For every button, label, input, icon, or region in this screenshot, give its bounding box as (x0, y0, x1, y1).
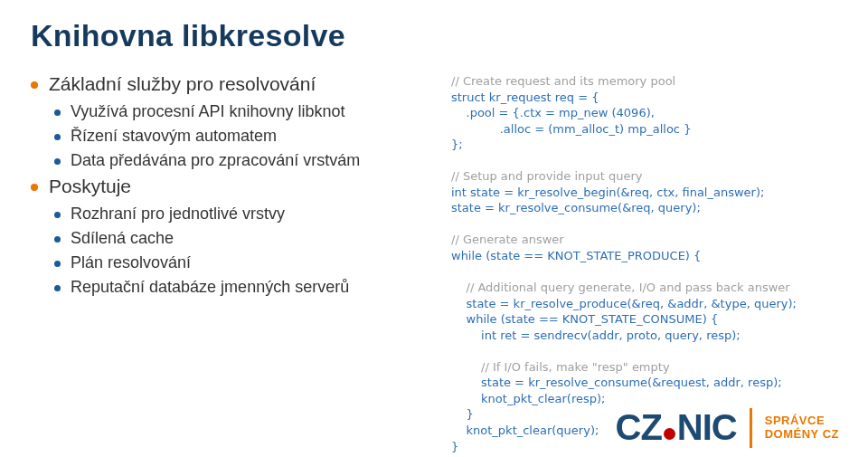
bullet-text: Data předávána pro zpracování vrstvám (71, 151, 360, 169)
code-comment: // Generate answer (451, 233, 564, 246)
bullet-text: Rozhraní pro jednotlivé vrstvy (71, 205, 285, 223)
bullet-l2: Řízení stavovým automatem (49, 127, 433, 146)
code-line: .pool = {.ctx = mp_new (4096), (451, 106, 655, 119)
bullet-sublist: Rozhraní pro jednotlivé vrstvy Sdílená c… (49, 205, 433, 297)
bullet-l1: Poskytuje Rozhraní pro jednotlivé vrstvy… (31, 176, 433, 297)
content-row: Základní služby pro resolvování Využívá … (31, 73, 837, 457)
logo-dot-icon (664, 428, 675, 440)
code-line: struct kr_request req = { (451, 90, 599, 104)
code-line: state = kr_resolve_consume(&req, query); (451, 201, 701, 214)
code-line: int ret = sendrecv(addr, proto, query, r… (451, 328, 741, 342)
code-line: } (451, 407, 474, 421)
bullet-text: Řízení stavovým automatem (71, 127, 277, 145)
bullet-sublist: Využívá procesní API knihovny libknot Ří… (49, 102, 433, 170)
bullet-text: Využívá procesní API knihovny libknot (71, 102, 345, 120)
bullet-l2: Data předávána pro zpracování vrstvám (49, 151, 433, 170)
bullet-text: Poskytuje (49, 176, 131, 196)
bullet-text: Základní služby pro resolvování (49, 73, 316, 94)
bullet-l2: Využívá procesní API knihovny libknot (49, 102, 433, 121)
slide-title: Knihovna libkresolve (31, 18, 837, 53)
code-line: int state = kr_resolve_begin(&req, ctx, … (451, 186, 764, 199)
left-column: Základní služby pro resolvování Využívá … (31, 73, 433, 457)
code-line: knot_pkt_clear(query); (451, 424, 599, 437)
code-line: state = kr_resolve_produce(&req, &addr, … (451, 297, 797, 310)
code-block: // Create request and its memory pool st… (451, 73, 837, 457)
code-comment: // If I/O fails, make "resp" empty (451, 360, 670, 374)
code-line: state = kr_resolve_consume(&request, add… (451, 376, 782, 389)
footer: CZ NIC SPRÁVCE DOMÉNY CZ (616, 407, 839, 448)
tagline-line1: SPRÁVCE (765, 414, 839, 428)
bullet-l1: Základní služby pro resolvování Využívá … (31, 73, 433, 170)
code-comment: // Create request and its memory pool (451, 74, 675, 88)
tagline-line2: DOMÉNY CZ (765, 428, 839, 442)
bullet-l2: Rozhraní pro jednotlivé vrstvy (49, 205, 433, 224)
code-comment: // Additional query generate, I/O and pa… (451, 281, 790, 294)
footer-tagline: SPRÁVCE DOMÉNY CZ (765, 414, 839, 442)
code-line: } (451, 440, 458, 453)
footer-divider (750, 408, 752, 448)
bullet-l2: Sdílená cache (49, 229, 433, 248)
code-line: .alloc = (mm_alloc_t) mp_alloc } (451, 122, 691, 136)
bullet-l2: Reputační databáze jmenných serverů (49, 278, 433, 297)
code-line: while (state == KNOT_STATE_CONSUME) { (451, 312, 718, 326)
code-line: knot_pkt_clear(resp); (451, 392, 605, 405)
logo-nic: NIC (677, 407, 737, 448)
logo-cz: CZ (616, 407, 662, 448)
bullet-text: Reputační databáze jmenných serverů (71, 278, 349, 296)
bullet-text: Plán resolvování (71, 253, 191, 271)
code-line: }; (451, 138, 463, 151)
code-line: while (state == KNOT_STATE_PRODUCE) { (451, 249, 701, 262)
bullet-list: Základní služby pro resolvování Využívá … (31, 73, 433, 297)
cznic-logo: CZ NIC (616, 407, 737, 448)
code-comment: // Setup and provide input query (451, 169, 643, 183)
title-text-1: Knihovna (31, 18, 182, 52)
slide: Knihovna libkresolve Základní služby pro… (0, 0, 868, 457)
bullet-l2: Plán resolvování (49, 253, 433, 272)
bullet-text: Sdílená cache (71, 229, 174, 247)
title-text-2: libkresolve (182, 18, 345, 52)
